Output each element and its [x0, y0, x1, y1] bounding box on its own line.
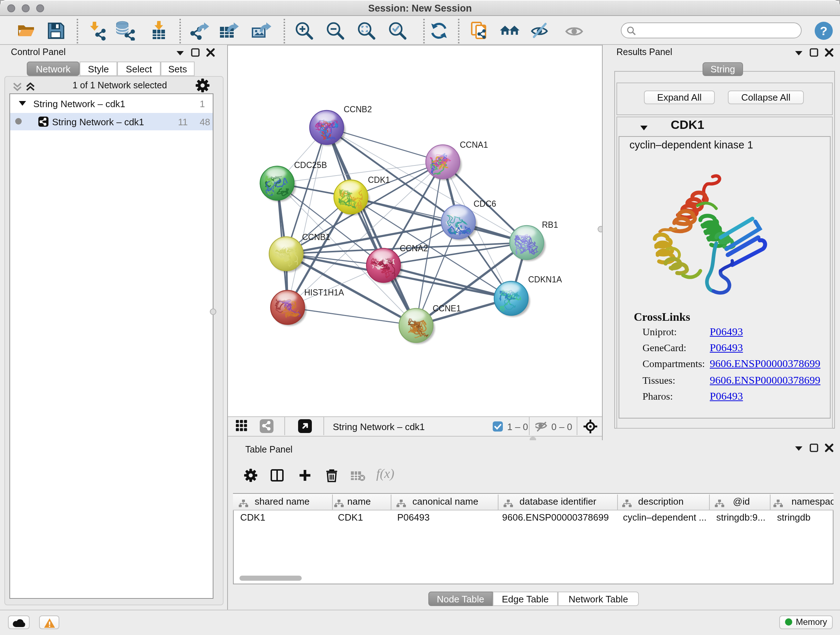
svg-text:CCNB2: CCNB2	[344, 105, 372, 114]
svg-text:CCNE1: CCNE1	[433, 304, 461, 313]
svg-text:CDC25B: CDC25B	[294, 160, 327, 170]
svg-text:CCNB1: CCNB1	[302, 233, 330, 242]
svg-text:CDC6: CDC6	[474, 199, 496, 209]
svg-text:CDKN1A: CDKN1A	[528, 275, 562, 284]
svg-text:?: ?	[820, 24, 828, 38]
svg-text:CDK1: CDK1	[368, 175, 390, 185]
svg-text:CCNA2: CCNA2	[400, 244, 428, 253]
svg-text:CCNA1: CCNA1	[460, 140, 488, 149]
svg-text:HIST1H1A: HIST1H1A	[304, 288, 344, 297]
svg-text:RB1: RB1	[542, 220, 558, 230]
